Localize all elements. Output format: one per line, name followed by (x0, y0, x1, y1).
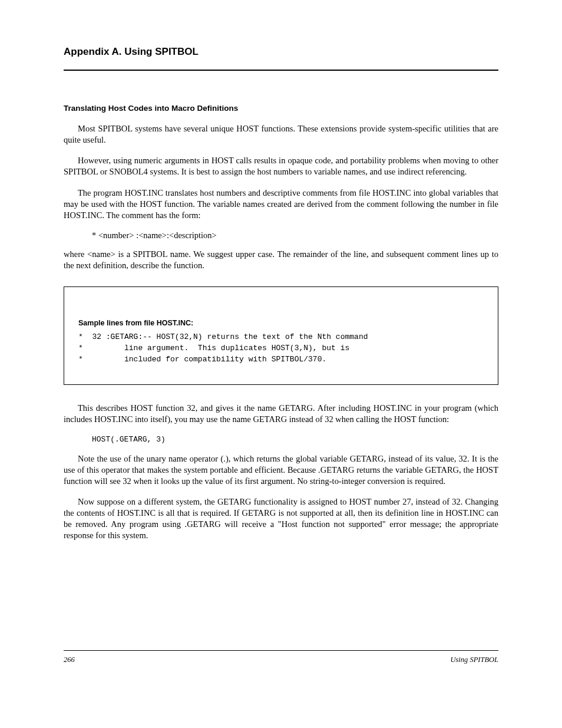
paragraph: where <name> is a SPITBOL name. We sugge… (64, 249, 498, 271)
paragraph: Most SPITBOL systems have several unique… (64, 123, 498, 146)
box-title: Sample lines from file HOST.INC: (78, 318, 484, 328)
paragraph: Now suppose on a different system, the G… (64, 496, 498, 542)
code-line: * included for compatibility with SPITBO… (78, 355, 326, 364)
page-number: 266 (64, 655, 75, 664)
code-line: HOST(.GETARG, 3) (92, 435, 498, 444)
code-sample-box: Sample lines from file HOST.INC:* 32 :GE… (64, 286, 498, 385)
page-header-title: Appendix A. Using SPITBOL (64, 46, 498, 58)
paragraph: The program HOST.INC translates host num… (64, 187, 498, 221)
footer-rule (64, 650, 498, 651)
paragraph: Note the use of the unary name operator … (64, 453, 498, 487)
header-rule (64, 70, 498, 71)
page-footer: 266 Using SPITBOL (64, 650, 498, 664)
code-line: * <number> :<name>:<description> (92, 230, 498, 241)
code-line: * line argument. This duplicates HOST(3,… (78, 344, 349, 353)
footer-label: Using SPITBOL (450, 655, 498, 664)
section-title: Translating Host Codes into Macro Defini… (64, 104, 498, 113)
code-line: * 32 :GETARG:-- HOST(32,N) returns the t… (78, 332, 368, 341)
paragraph: However, using numeric arguments in HOST… (64, 155, 498, 177)
paragraph: This describes HOST function 32, and giv… (64, 403, 498, 425)
